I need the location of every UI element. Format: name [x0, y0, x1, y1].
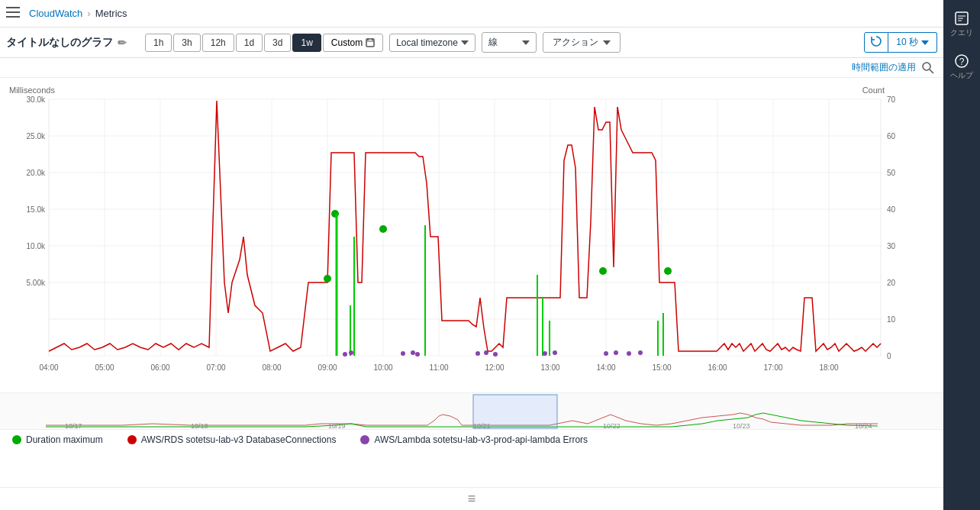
time-1h[interactable]: 1h: [145, 34, 172, 52]
svg-text:5.00k: 5.00k: [27, 279, 46, 287]
custom-time-button[interactable]: Custom: [323, 34, 383, 52]
svg-text:20: 20: [887, 279, 896, 287]
bottom-icon: ≡: [468, 491, 476, 507]
svg-text:25.0k: 25.0k: [27, 132, 46, 140]
refresh-button[interactable]: [864, 32, 888, 53]
error-dot: [614, 350, 618, 355]
svg-text:10/22: 10/22: [603, 422, 621, 429]
help-icon: ?: [954, 53, 969, 69]
timezone-select[interactable]: Local timezone: [389, 34, 475, 52]
svg-text:14:00: 14:00: [596, 363, 615, 372]
svg-text:30.0k: 30.0k: [27, 95, 46, 104]
graph-title-text: タイトルなしのグラフ: [6, 36, 113, 50]
error-dot: [638, 350, 643, 355]
svg-text:04:00: 04:00: [39, 363, 58, 372]
svg-text:17:00: 17:00: [763, 363, 782, 372]
help-button[interactable]: ? ヘルプ: [947, 49, 976, 86]
right-sidebar: クエリ ? ヘルプ: [943, 0, 980, 510]
time-3h[interactable]: 3h: [173, 34, 200, 52]
svg-text:16:00: 16:00: [708, 363, 727, 372]
duration-legend-label: Duration maximum: [26, 434, 103, 445]
bottom-bar: ≡: [0, 487, 943, 510]
lambda-legend-label: AWS/Lambda sotetsu-lab-v3-prod-api-lambd…: [374, 434, 588, 445]
legend-duration: Duration maximum: [12, 434, 103, 445]
interval-button[interactable]: 10 秒: [888, 32, 937, 53]
custom-label: Custom: [331, 37, 363, 48]
error-dot: [553, 350, 557, 355]
svg-text:40: 40: [887, 205, 896, 214]
svg-text:10/17: 10/17: [65, 422, 82, 429]
breadcrumb: CloudWatch › Metrics: [29, 8, 127, 19]
duration-dot: [324, 275, 331, 282]
svg-text:10:00: 10:00: [373, 363, 392, 372]
svg-text:10/24: 10/24: [855, 422, 872, 429]
svg-text:15:00: 15:00: [652, 363, 671, 372]
error-dot: [401, 351, 405, 356]
time-3d[interactable]: 3d: [264, 34, 291, 52]
error-dot: [475, 351, 480, 356]
svg-text:08:00: 08:00: [262, 363, 281, 372]
query-button[interactable]: クエリ: [947, 6, 976, 43]
legend: Duration maximum AWS/RDS sotetsu-lab-v3 …: [0, 429, 943, 450]
svg-text:20.0k: 20.0k: [27, 169, 46, 177]
action-button[interactable]: アクション: [543, 32, 621, 53]
search-icon: [922, 62, 934, 74]
svg-text:10/19: 10/19: [328, 422, 346, 429]
chart-area: 時間範囲の適用 Milliseconds Count: [0, 58, 943, 487]
svg-text:10: 10: [887, 315, 896, 324]
svg-rect-2: [6, 16, 20, 18]
edit-icon[interactable]: ✏: [118, 37, 127, 49]
error-dot: [411, 350, 415, 355]
legend-rds: AWS/RDS sotetsu-lab-v3 DatabaseConnectio…: [127, 434, 337, 445]
overview-chart: 10/17 10/18 10/19 10/21 10/22 10/23 10/2…: [0, 392, 943, 429]
query-label: クエリ: [950, 27, 973, 38]
line-label: 線: [488, 36, 498, 49]
graph-title: タイトルなしのグラフ ✏: [6, 36, 127, 50]
svg-rect-0: [6, 7, 20, 8]
svg-text:10.0k: 10.0k: [27, 242, 46, 250]
error-dot: [343, 352, 347, 357]
error-dot: [415, 352, 420, 357]
duration-legend-dot: [12, 435, 21, 444]
action-label: アクション: [553, 36, 598, 49]
hamburger-icon[interactable]: [6, 7, 20, 20]
cloudwatch-link[interactable]: CloudWatch: [29, 8, 82, 19]
svg-text:70: 70: [887, 95, 896, 104]
time-buttons: 1h 3h 12h 1d 3d 1w Custom: [145, 34, 383, 52]
error-dot: [627, 351, 631, 356]
svg-text:05:00: 05:00: [95, 363, 114, 372]
overview-chart-svg: 10/17 10/18 10/19 10/21 10/22 10/23 10/2…: [0, 393, 901, 429]
svg-text:13:00: 13:00: [540, 363, 559, 372]
svg-rect-62: [0, 393, 901, 429]
svg-line-8: [930, 69, 933, 73]
rds-legend-label: AWS/RDS sotetsu-lab-v3 DatabaseConnectio…: [141, 434, 337, 445]
svg-text:10/18: 10/18: [191, 422, 208, 429]
svg-text:50: 50: [887, 169, 896, 177]
time-1w[interactable]: 1w: [292, 34, 321, 52]
top-nav: CloudWatch › Metrics: [0, 0, 943, 27]
time-1d[interactable]: 1d: [236, 34, 263, 52]
y-left-label: Milliseconds: [9, 86, 55, 95]
line-select[interactable]: 線: [482, 32, 537, 53]
help-label: ヘルプ: [950, 70, 973, 81]
duration-dot: [664, 267, 672, 275]
error-dot: [604, 351, 608, 356]
apply-range-text: 時間範囲の適用: [852, 61, 916, 74]
rds-legend-dot: [127, 435, 137, 444]
toolbar: タイトルなしのグラフ ✏ 1h 3h 12h 1d 3d 1w Custom L…: [0, 27, 943, 58]
svg-text:06:00: 06:00: [150, 363, 169, 372]
svg-text:18:00: 18:00: [819, 363, 838, 372]
breadcrumb-separator: ›: [87, 8, 90, 19]
svg-text:10/23: 10/23: [733, 422, 750, 429]
svg-text:15.0k: 15.0k: [27, 205, 46, 214]
svg-text:12:00: 12:00: [485, 363, 504, 372]
chart-container: Milliseconds Count: [0, 78, 943, 392]
time-12h[interactable]: 12h: [202, 34, 234, 52]
timezone-label: Local timezone: [396, 37, 458, 48]
svg-text:10/21: 10/21: [473, 422, 491, 429]
svg-text:07:00: 07:00: [206, 363, 225, 372]
svg-text:?: ?: [959, 56, 965, 67]
interval-label: 10 秒: [896, 36, 918, 49]
svg-point-7: [923, 63, 930, 70]
lambda-legend-dot: [360, 435, 369, 444]
